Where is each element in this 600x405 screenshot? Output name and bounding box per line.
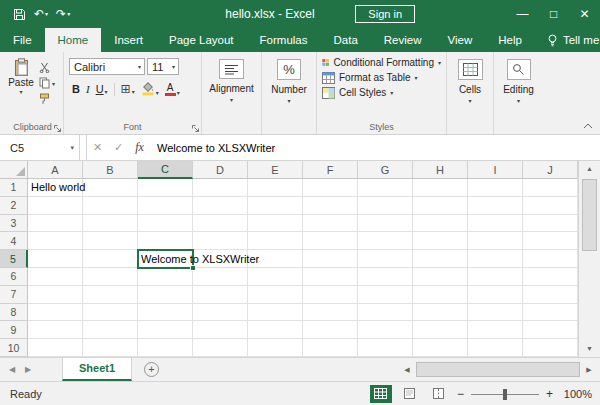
row-header-5[interactable]: 5 — [0, 250, 28, 268]
cell-B6[interactable] — [83, 268, 138, 286]
undo-button[interactable]: ↶▾ — [31, 6, 51, 22]
cell-B3[interactable] — [83, 215, 138, 233]
underline-button[interactable]: U▾ — [96, 83, 108, 95]
cell-C7[interactable] — [138, 286, 193, 304]
cell-H5[interactable] — [413, 250, 468, 268]
cell-I9[interactable] — [468, 321, 523, 339]
cut-button[interactable] — [39, 61, 55, 73]
borders-button[interactable]: ⊞▾ — [121, 84, 135, 95]
row-header-10[interactable]: 10 — [0, 339, 28, 357]
cell-D1[interactable] — [193, 179, 248, 197]
cell-J2[interactable] — [523, 197, 578, 215]
cell-D9[interactable] — [193, 321, 248, 339]
cell-C3[interactable] — [138, 215, 193, 233]
cell-H10[interactable] — [413, 339, 468, 357]
column-header-G[interactable]: G — [358, 161, 413, 179]
column-header-B[interactable]: B — [83, 161, 138, 179]
font-size-select[interactable]: 11 ▾ — [147, 58, 179, 75]
name-box-dropdown-icon[interactable]: ▾ — [70, 144, 74, 152]
cell-C1[interactable] — [138, 179, 193, 197]
zoom-slider[interactable] — [471, 386, 539, 402]
column-header-I[interactable]: I — [468, 161, 523, 179]
sheet-nav-left-icon[interactable]: ◀ — [4, 358, 20, 381]
cell-G1[interactable] — [358, 179, 413, 197]
cell-A3[interactable] — [28, 215, 83, 233]
format-painter-button[interactable] — [39, 93, 55, 105]
cell-B7[interactable] — [83, 286, 138, 304]
cell-D3[interactable] — [193, 215, 248, 233]
cell-J8[interactable] — [523, 304, 578, 322]
horizontal-scrollbar[interactable]: ◀ ▶ — [399, 361, 597, 378]
scroll-down-button[interactable]: ▼ — [586, 341, 593, 357]
cell-I3[interactable] — [468, 215, 523, 233]
formula-bar-splitter[interactable] — [80, 135, 87, 160]
paste-button[interactable]: Paste ▾ — [5, 55, 37, 119]
zoom-percentage[interactable]: 100% — [560, 388, 592, 400]
cancel-button[interactable]: ✕ — [87, 141, 108, 154]
cell-J10[interactable] — [523, 339, 578, 357]
zoom-in-button[interactable]: + — [546, 387, 553, 401]
cell-G3[interactable] — [358, 215, 413, 233]
cell-G10[interactable] — [358, 339, 413, 357]
number-group[interactable]: % Number ▾ — [262, 52, 317, 134]
cell-C8[interactable] — [138, 304, 193, 322]
cell-H4[interactable] — [413, 232, 468, 250]
row-header-1[interactable]: 1 — [0, 179, 28, 197]
column-header-H[interactable]: H — [413, 161, 468, 179]
name-box[interactable]: C5 ▾ — [0, 135, 80, 160]
cell-styles-button[interactable]: Cell Styles ▾ — [320, 85, 443, 100]
cell-G5[interactable] — [358, 250, 413, 268]
conditional-formatting-button[interactable]: Conditional Formatting ▾ — [320, 55, 443, 70]
cell-G4[interactable] — [358, 232, 413, 250]
cell-H6[interactable] — [413, 268, 468, 286]
cell-C2[interactable] — [138, 197, 193, 215]
cell-J9[interactable] — [523, 321, 578, 339]
copy-button[interactable]: ▾ — [39, 77, 55, 89]
cell-G2[interactable] — [358, 197, 413, 215]
alignment-group[interactable]: Alignment ▾ — [202, 52, 262, 134]
cell-F4[interactable] — [303, 232, 358, 250]
italic-button[interactable]: I — [86, 83, 90, 95]
cell-F8[interactable] — [303, 304, 358, 322]
cells-group[interactable]: Cells ▾ — [447, 52, 494, 134]
cell-E9[interactable] — [248, 321, 303, 339]
row-header-9[interactable]: 9 — [0, 321, 28, 339]
formula-input[interactable]: Welcome to XLSXWriter — [150, 142, 600, 154]
cell-F5[interactable] — [303, 250, 358, 268]
cell-G8[interactable] — [358, 304, 413, 322]
format-as-table-button[interactable]: Format as Table ▾ — [320, 70, 443, 85]
cell-B10[interactable] — [83, 339, 138, 357]
horizontal-scroll-thumb[interactable] — [416, 362, 580, 377]
cell-I5[interactable] — [468, 250, 523, 268]
minimize-button[interactable]: — — [507, 0, 538, 28]
cell-A7[interactable] — [28, 286, 83, 304]
cell-C10[interactable] — [138, 339, 193, 357]
cell-G9[interactable] — [358, 321, 413, 339]
column-header-A[interactable]: A — [28, 161, 83, 179]
tab-review[interactable]: Review — [371, 28, 435, 52]
cell-F9[interactable] — [303, 321, 358, 339]
page-break-view-button[interactable] — [428, 385, 450, 403]
tab-page-layout[interactable]: Page Layout — [156, 28, 247, 52]
column-header-E[interactable]: E — [248, 161, 303, 179]
cell-G7[interactable] — [358, 286, 413, 304]
insert-function-button[interactable]: fx — [129, 140, 150, 155]
collapse-ribbon-button[interactable] — [583, 123, 593, 129]
column-header-J[interactable]: J — [523, 161, 578, 179]
cell-F3[interactable] — [303, 215, 358, 233]
cell-F6[interactable] — [303, 268, 358, 286]
row-header-8[interactable]: 8 — [0, 304, 28, 322]
tab-help[interactable]: Help — [485, 28, 535, 52]
fill-handle[interactable] — [190, 265, 196, 271]
cell-I6[interactable] — [468, 268, 523, 286]
scroll-right-button[interactable]: ▶ — [581, 366, 597, 374]
cell-A10[interactable] — [28, 339, 83, 357]
cell-I1[interactable] — [468, 179, 523, 197]
tab-formulas[interactable]: Formulas — [247, 28, 321, 52]
cell-A9[interactable] — [28, 321, 83, 339]
cell-F1[interactable] — [303, 179, 358, 197]
cell-D6[interactable] — [193, 268, 248, 286]
cell-E3[interactable] — [248, 215, 303, 233]
redo-button[interactable]: ↷▾ — [53, 6, 73, 22]
cell-D8[interactable] — [193, 304, 248, 322]
